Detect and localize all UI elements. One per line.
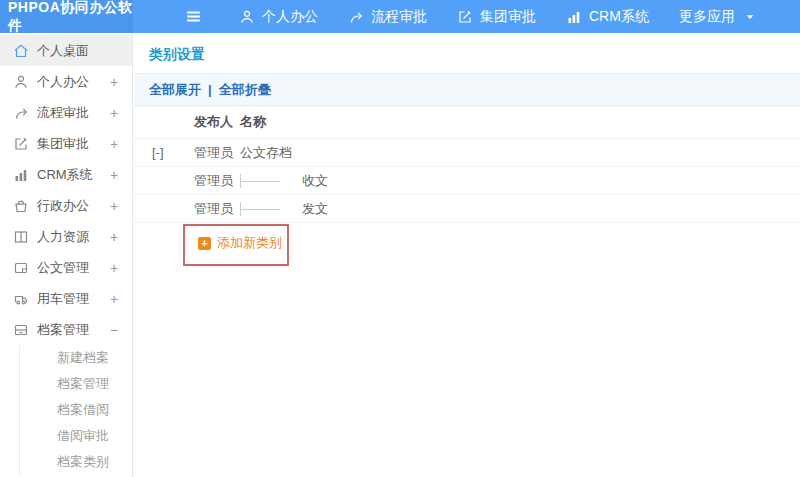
add-category-button[interactable]: + 添加新类别 — [198, 234, 282, 252]
top-navigation: 个人办公 流程审批 集团审批 CRM系统 更多应用 — [133, 0, 800, 33]
name-column-header: 名称 — [240, 113, 800, 131]
sidebar-item-label: 行政办公 — [37, 197, 108, 215]
flow-icon — [348, 9, 364, 25]
add-category-row: + 添加新类别 — [134, 223, 800, 275]
expand-toggle[interactable]: + — [108, 167, 120, 183]
sidebar-subitem-borrow-approval[interactable]: 借阅审批 — [20, 423, 132, 449]
tree-branch-line — [240, 202, 292, 216]
nav-item-group-approval[interactable]: 集团审批 — [442, 0, 551, 33]
expand-toggle[interactable]: + — [108, 229, 120, 245]
row-publisher: 管理员 — [194, 144, 240, 162]
truck-icon — [13, 291, 29, 307]
page-title: 类别设置 — [149, 46, 205, 62]
sidebar-item-hr[interactable]: 人力资源 + — [0, 221, 132, 252]
nav-item-label: CRM系统 — [589, 8, 649, 26]
sidebar-item-label: 档案管理 — [37, 321, 108, 339]
nav-item-personal-office[interactable]: 个人办公 — [224, 0, 333, 33]
nav-item-label: 更多应用 — [679, 8, 735, 26]
nav-item-label: 流程审批 — [371, 8, 427, 26]
basket-icon — [13, 198, 29, 214]
row-publisher: 管理员 — [194, 172, 240, 190]
row-category-name-text: 收文 — [302, 172, 328, 190]
main-content: 类别设置 全部展开 | 全部折叠 发布人 名称 [-] 管理员 公文存档 管理员… — [134, 33, 800, 477]
chart-icon — [566, 9, 582, 25]
add-category-label: 添加新类别 — [217, 234, 282, 252]
nav-item-workflow-approval[interactable]: 流程审批 — [333, 0, 442, 33]
archive-icon — [13, 322, 29, 338]
sidebar-item-vehicle-mgmt[interactable]: 用车管理 + — [0, 283, 132, 314]
nav-item-crm[interactable]: CRM系统 — [551, 0, 664, 33]
sidebar-item-archive-mgmt[interactable]: 档案管理 − — [0, 314, 132, 345]
toolbar: 全部展开 | 全部折叠 — [134, 74, 800, 106]
sidebar-item-label: 用车管理 — [37, 290, 108, 308]
row-category-name-text: 发文 — [302, 200, 328, 218]
table-row: [-] 管理员 公文存档 — [134, 139, 800, 167]
menu-icon[interactable] — [185, 8, 202, 25]
edit-icon — [457, 9, 473, 25]
sidebar-item-personal-office[interactable]: 个人办公 + — [0, 66, 132, 97]
sidebar-item-label: 流程审批 — [37, 104, 108, 122]
row-category-name: 发文 — [240, 200, 800, 218]
table-row: 管理员 收文 — [134, 167, 800, 195]
row-category-name: 公文存档 — [240, 144, 800, 162]
sidebar-item-label: 个人办公 — [37, 73, 108, 91]
sidebar-item-workflow-approval[interactable]: 流程审批 + — [0, 97, 132, 128]
expand-toggle[interactable]: + — [108, 260, 120, 276]
category-table: 发布人 名称 [-] 管理员 公文存档 管理员 收文 管理员 发文 + 添加新类… — [134, 106, 800, 275]
sidebar-item-crm[interactable]: CRM系统 + — [0, 159, 132, 190]
user-icon — [13, 74, 29, 90]
expand-toggle[interactable]: + — [108, 136, 120, 152]
sidebar-subitem-new-archive[interactable]: 新建档案 — [20, 345, 132, 371]
page-header: 类别设置 — [134, 33, 800, 74]
sidebar-item-personal-desktop[interactable]: 个人桌面 — [0, 35, 132, 66]
sidebar-item-document-mgmt[interactable]: 公文管理 + — [0, 252, 132, 283]
sidebar-item-label: 个人桌面 — [37, 42, 108, 60]
sidebar-item-label: 集团审批 — [37, 135, 108, 153]
row-publisher: 管理员 — [194, 200, 240, 218]
collapse-toggle[interactable]: [-] — [134, 145, 194, 160]
sidebar-subitem-archive-borrow[interactable]: 档案借阅 — [20, 397, 132, 423]
book-icon — [13, 229, 29, 245]
sidebar-subitem-archive-category[interactable]: 档案类别 — [20, 449, 132, 475]
nav-item-label: 集团审批 — [480, 8, 536, 26]
sidebar-item-label: 人力资源 — [37, 228, 108, 246]
table-header-row: 发布人 名称 — [134, 106, 800, 139]
sidebar-item-admin-office[interactable]: 行政办公 + — [0, 190, 132, 221]
expand-toggle[interactable]: − — [108, 322, 120, 338]
tree-branch-line — [240, 174, 292, 188]
expand-toggle[interactable]: + — [108, 291, 120, 307]
archive-submenu: 新建档案 档案管理 档案借阅 借阅审批 档案类别 — [19, 345, 132, 475]
nav-item-more-apps[interactable]: 更多应用 — [664, 0, 771, 33]
publisher-column-header: 发布人 — [194, 113, 240, 131]
edit-icon — [13, 136, 29, 152]
document-icon — [13, 260, 29, 276]
flow-icon — [13, 105, 29, 121]
user-icon — [239, 9, 255, 25]
expand-toggle[interactable]: + — [108, 198, 120, 214]
collapse-all-link[interactable]: 全部折叠 — [219, 81, 271, 99]
table-row: 管理员 发文 — [134, 195, 800, 223]
sidebar-subitem-archive-mgmt[interactable]: 档案管理 — [20, 371, 132, 397]
row-category-name: 收文 — [240, 172, 800, 190]
plus-icon: + — [198, 237, 211, 250]
sidebar: 个人桌面 个人办公 + 流程审批 + 集团审批 + CRM系统 + 行政办公 — [0, 33, 133, 477]
expand-toggle[interactable]: + — [108, 105, 120, 121]
sidebar-item-label: 公文管理 — [37, 259, 108, 277]
nav-item-label: 个人办公 — [262, 8, 318, 26]
toolbar-separator: | — [208, 82, 212, 97]
chart-icon — [13, 167, 29, 183]
sidebar-item-group-approval[interactable]: 集团审批 + — [0, 128, 132, 159]
expand-all-link[interactable]: 全部展开 — [149, 81, 201, 99]
topbar: PHPOA协同办公软件 个人办公 流程审批 集团审批 CR — [0, 0, 800, 33]
home-icon — [13, 43, 29, 59]
app-logo: PHPOA协同办公软件 — [0, 0, 133, 33]
expand-toggle[interactable]: + — [108, 74, 120, 90]
caret-down-icon — [744, 11, 756, 23]
sidebar-item-label: CRM系统 — [37, 166, 108, 184]
